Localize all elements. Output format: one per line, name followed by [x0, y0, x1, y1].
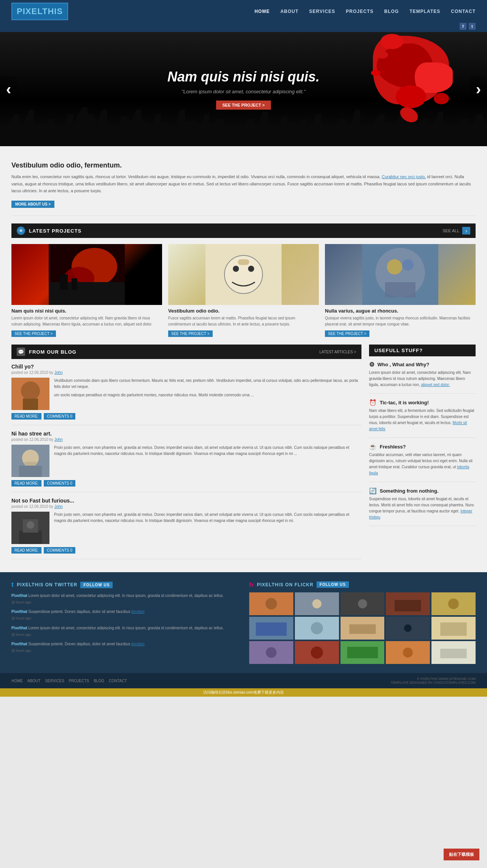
footer-bottom: HOME ABOUT SERVICES PROJECTS BLOG CONTAC… — [0, 673, 487, 688]
twitter-follow-button[interactable]: FOLLOW US — [80, 582, 113, 588]
blog-post-body-1: Vestibulum commodo diam quis libero curs… — [11, 378, 361, 410]
footer-nav-about[interactable]: ABOUT — [27, 679, 40, 683]
nav-projects[interactable]: PROJECTS — [346, 9, 374, 14]
flickr-thumb-9[interactable] — [386, 617, 430, 640]
nav-templates[interactable]: TEMPLATES — [409, 9, 440, 14]
blog-post-body-2: Proin justo sem, ornare non pharetra vel… — [11, 445, 361, 477]
sidebar-item-title-2: ⏰ Tic-tac, it is working! — [369, 399, 476, 406]
twitter-heading: t PIXELTHIS ON TWITTER FOLLOW US — [11, 581, 238, 588]
project-btn-3[interactable]: SEE THE PROJECT > — [325, 330, 369, 337]
hero-cta-button[interactable]: SEE THE PROJECT > — [216, 101, 271, 110]
flickr-thumb-11[interactable] — [249, 641, 293, 664]
blog-post-title-3: Not so Fast but furious... — [11, 498, 361, 504]
blog-thumbnail-2 — [11, 445, 49, 477]
blog-post-2: Ni hao stree art. posted on 12.06.2010 b… — [11, 431, 361, 492]
main-content: Vestibulum odio odio, fermentum. Nulla e… — [0, 146, 487, 572]
flickr-thumb-4[interactable] — [386, 592, 430, 615]
comments-btn-2[interactable]: COMMENTS 0 — [44, 480, 75, 487]
nav-home[interactable]: HOME — [255, 9, 270, 14]
blog-post-meta-3: posted on 12.06.2010 by John — [11, 504, 361, 509]
sidebar-item-3: ☕ Freshless? Curabitur accumsan, velit v… — [369, 443, 476, 482]
project-btn-2[interactable]: SEE THE PROJECT > — [168, 330, 213, 337]
blog-latest-link[interactable]: LATEST ARTICLES > — [320, 350, 356, 354]
intro-heading: Vestibulum odio odio, fermentum. — [11, 161, 476, 169]
facebook-icon[interactable]: f — [460, 23, 466, 30]
twitter-tweet-link-4[interactable]: tincidun — [131, 642, 144, 646]
svg-point-26 — [27, 521, 34, 529]
svg-point-9 — [248, 266, 254, 272]
nav-services[interactable]: SERVICES — [309, 9, 335, 14]
sidebar-item-title-1: ⚙ Who , What and Why? — [369, 361, 476, 368]
footer-copyright: © PIXELTHIS WWW.SITENAME.COM TEMPLATE DE… — [391, 677, 476, 685]
footer-nav-projects[interactable]: PROJECTS — [69, 679, 89, 683]
flickr-thumb-10[interactable] — [431, 617, 476, 640]
project-btn-1[interactable]: SEE THE PROJECT > — [11, 330, 56, 337]
comments-btn-1[interactable]: COMMENTS 0 — [44, 413, 75, 420]
flickr-thumb-13[interactable] — [341, 641, 385, 664]
svg-point-32 — [358, 599, 367, 608]
projects-next-button[interactable]: › — [462, 227, 470, 235]
hero-section: ‹ Nam quis nisi nisi quis. "Lorem ipsum … — [0, 32, 487, 146]
more-about-button[interactable]: MORE ABOUT US > — [11, 201, 54, 208]
flickr-thumb-7[interactable] — [295, 617, 339, 640]
blog-post-title-1: Chill yo? — [11, 364, 361, 370]
comments-btn-3[interactable]: COMMENTS 0 — [44, 547, 75, 554]
flickr-follow-button[interactable]: FOLLOW US — [317, 581, 349, 588]
project-thumbnail-1 — [11, 244, 162, 305]
flickr-thumb-8[interactable] — [341, 617, 385, 640]
twitter-icon[interactable]: t — [469, 23, 476, 30]
svg-point-48 — [266, 647, 277, 658]
flickr-heading: fr PIXELTHIS ON FLICKR FOLLOW US — [249, 581, 476, 588]
hero-prev-button[interactable]: ‹ — [0, 77, 17, 102]
svg-rect-24 — [19, 531, 42, 544]
blog-actions-3: READ MORE: COMMENTS 0 — [11, 547, 361, 554]
flickr-thumb-1[interactable] — [249, 592, 293, 615]
nav-contact[interactable]: CONTACT — [451, 9, 476, 14]
read-more-btn-2[interactable]: READ MORE: — [11, 480, 41, 487]
twitter-handle-1: Pixelthat — [11, 594, 27, 598]
svg-point-40 — [311, 622, 323, 634]
projects-see-all[interactable]: SEE ALL — [442, 228, 459, 233]
logo-part1: PIXEL — [17, 6, 42, 16]
svg-rect-52 — [347, 647, 378, 658]
project-card-3: Nulla varius, augue at rhoncus. Quisque … — [325, 244, 476, 337]
svg-point-13 — [387, 259, 402, 274]
flickr-thumb-14[interactable] — [386, 641, 430, 664]
twitter-handle-4: Pixelthat — [11, 642, 27, 646]
logo-part2: THIS — [42, 6, 63, 16]
svg-point-28 — [266, 598, 277, 610]
tweet-time-2: @ hours ago — [11, 616, 238, 621]
blog-author-1[interactable]: John — [54, 370, 63, 375]
sidebar-section: USEFULL STUFF? ⚙ Who , What and Why? Lor… — [369, 345, 476, 565]
sidebar-icon-2: ⏰ — [369, 399, 377, 406]
svg-point-17 — [21, 381, 40, 400]
flickr-thumb-3[interactable] — [341, 592, 385, 615]
nav-about[interactable]: ABOUT — [280, 9, 299, 14]
hero-next-button[interactable]: › — [470, 77, 487, 102]
nav-blog[interactable]: BLOG — [384, 9, 399, 14]
read-more-btn-3[interactable]: READ MORE: — [11, 547, 41, 554]
svg-point-14 — [402, 259, 414, 271]
projects-section-header: 👁 LATEST PROJECTS SEE ALL › — [11, 223, 476, 238]
footer-nav-services[interactable]: SERVICES — [45, 679, 64, 683]
flickr-thumb-2[interactable] — [295, 592, 339, 615]
flickr-grid — [249, 592, 476, 664]
flickr-thumb-15[interactable] — [431, 641, 476, 664]
flickr-thumb-5[interactable] — [431, 592, 476, 615]
blog-author-2[interactable]: John — [54, 437, 63, 442]
svg-rect-18 — [23, 399, 38, 410]
intro-link[interactable]: Curabitur nec orci justo, — [382, 174, 426, 179]
social-bar: f t — [0, 23, 487, 32]
flickr-thumb-12[interactable] — [295, 641, 339, 664]
footer-nav-home[interactable]: HOME — [11, 679, 23, 683]
flickr-brand-icon: fr — [249, 582, 254, 588]
sidebar-item-link-1[interactable]: aliquet sed dolor. — [421, 383, 450, 387]
footer-nav-contact[interactable]: CONTACT — [109, 679, 127, 683]
projects-heading: LATEST PROJECTS — [29, 228, 442, 234]
read-more-btn-1[interactable]: READ MORE: — [11, 413, 41, 420]
blog-author-3[interactable]: John — [54, 504, 63, 509]
flickr-thumb-6[interactable] — [249, 617, 293, 640]
footer-nav-blog[interactable]: BLOG — [94, 679, 104, 683]
twitter-tweet-link-2[interactable]: tincidun — [131, 610, 144, 614]
twitter-section: t PIXELTHIS ON TWITTER FOLLOW US Pixelth… — [11, 581, 238, 664]
